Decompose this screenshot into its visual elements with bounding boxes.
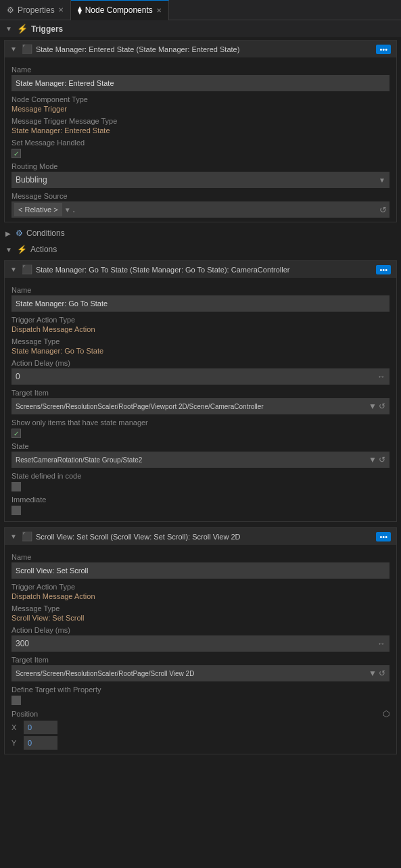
relative-dot: . — [73, 205, 377, 214]
gts-target-dropdown[interactable]: ▼ — [369, 402, 377, 411]
actions-label: Actions — [30, 245, 57, 254]
gts-message-type-label: Message Type — [11, 337, 390, 345]
name-label: Name — [11, 66, 390, 74]
actions-section-header[interactable]: ▼ ⚡ Actions — [0, 241, 401, 258]
gts-target-item-label: Target Item — [11, 389, 390, 397]
sv-x-label: X — [11, 723, 18, 731]
sv-name-label: Name — [11, 553, 390, 561]
routing-mode-arrow: ▼ — [379, 176, 385, 184]
trigger-panel-title: State Manager: Entered State (State Mana… — [36, 45, 239, 53]
routing-mode-dropdown[interactable]: Bubbling ▼ — [11, 172, 390, 188]
gts-state-dropdown[interactable]: ▼ — [369, 455, 377, 464]
sv-define-target-row — [11, 696, 390, 705]
gts-message-type-value: State Manager: Go To State — [11, 347, 390, 355]
panel-header-left: ▼ ⬛ State Manager: Entered State (State … — [10, 44, 373, 54]
scroll-view-collapse[interactable]: ▼ — [10, 533, 17, 540]
sv-target-refresh[interactable]: ↺ — [379, 669, 385, 678]
scroll-view-header: ▼ ⬛ Scroll View: Set Scroll (Scroll View… — [5, 528, 396, 545]
triggers-label: Triggers — [31, 24, 63, 34]
conditions-icon: ⚙ — [16, 228, 23, 238]
gts-state-icons: ▼ ↺ — [369, 455, 385, 464]
gts-state-defined-checkbox[interactable] — [11, 482, 21, 491]
sv-position-expand[interactable]: ⬡ — [383, 709, 390, 719]
routing-mode-value: Bubbling — [16, 175, 47, 185]
gts-target-item-value: Screens/Screen/ResolutionScaler/RootPage… — [16, 403, 367, 410]
relative-dropdown-arrow[interactable]: ▼ — [64, 206, 71, 214]
go-to-state-menu[interactable]: ••• — [376, 265, 391, 274]
gts-state-defined-label: State defined in code — [11, 472, 390, 480]
trigger-panel-icon: ⬛ — [22, 44, 32, 54]
go-to-state-header: ▼ ⬛ State Manager: Go To State (State Ma… — [5, 261, 396, 278]
gts-name-input[interactable] — [11, 295, 390, 312]
gts-target-item-row: Screens/Screen/ResolutionScaler/RootPage… — [11, 398, 390, 414]
go-to-state-icon: ⬛ — [22, 264, 32, 274]
node-component-type-value: Message Trigger — [11, 105, 390, 113]
go-to-state-header-left: ▼ ⬛ State Manager: Go To State (State Ma… — [10, 264, 373, 274]
tab-node-components-label: Node Components — [85, 5, 153, 15]
relative-button[interactable]: < Relative > — [14, 203, 62, 216]
gts-immediate-checkbox[interactable] — [11, 506, 21, 515]
scroll-view-menu[interactable]: ••• — [376, 532, 391, 541]
sv-y-input[interactable] — [24, 736, 57, 750]
gts-target-refresh[interactable]: ↺ — [379, 402, 385, 411]
tab-bar: ⚙ Properties ✕ ⧫ Node Components ✕ — [0, 0, 401, 20]
sv-target-item-label: Target Item — [11, 656, 390, 664]
sv-action-delay-value: 300 — [16, 639, 29, 648]
trigger-panel-body: Name Node Component Type Message Trigger… — [5, 57, 396, 222]
tab-properties-close[interactable]: ✕ — [58, 6, 64, 14]
gts-state-label: State — [11, 442, 390, 450]
gts-show-state-manager-label: Show only items that have state manager — [11, 418, 390, 427]
set-message-handled-checkbox[interactable]: ✓ — [11, 149, 21, 158]
gts-immediate-row — [11, 506, 390, 515]
gts-action-delay-label: Action Delay (ms) — [11, 359, 390, 367]
set-message-handled-row: ✓ — [11, 149, 390, 158]
sv-target-item-value: Screens/Screen/ResolutionScaler/RootPage… — [16, 670, 367, 677]
gts-show-state-manager-checkbox[interactable]: ✓ — [11, 429, 21, 438]
sv-name-input[interactable] — [11, 562, 390, 579]
scroll-view-icon: ⬛ — [22, 531, 32, 541]
gts-show-state-manager-row: ✓ — [11, 429, 390, 438]
gts-state-value: ResetCameraRotation/State Group/State2 — [16, 456, 367, 464]
gts-state-row: ResetCameraRotation/State Group/State2 ▼… — [11, 452, 390, 468]
gts-action-delay-value: 0 — [16, 372, 20, 381]
relative-row: < Relative > ▼ . ↺ — [11, 201, 390, 218]
conditions-section-header[interactable]: ▶ ⚙ Conditions — [0, 225, 401, 241]
message-trigger-type-label: Message Trigger Message Type — [11, 117, 390, 125]
sv-x-input[interactable] — [24, 721, 57, 734]
go-to-state-body: Name Trigger Action Type Dispatch Messag… — [5, 278, 396, 521]
sv-target-dropdown[interactable]: ▼ — [369, 669, 377, 678]
trigger-panel-menu[interactable]: ••• — [376, 45, 391, 54]
gts-state-refresh[interactable]: ↺ — [379, 455, 385, 464]
set-message-handled-label: Set Message Handled — [11, 139, 390, 147]
sv-xy-row: X — [11, 721, 390, 734]
gts-name-label: Name — [11, 286, 390, 294]
sv-define-target-label: Define Target with Property — [11, 685, 390, 694]
conditions-label: Conditions — [26, 228, 65, 238]
tab-node-components-close[interactable]: ✕ — [156, 7, 162, 14]
refresh-icon[interactable]: ↺ — [379, 205, 387, 215]
node-components-icon: ⧫ — [78, 5, 82, 15]
gts-target-icons: ▼ ↺ — [369, 402, 385, 411]
sv-action-delay-label: Action Delay (ms) — [11, 626, 390, 634]
gts-action-delay-expand[interactable]: ↔ — [377, 372, 385, 381]
sv-define-target-checkbox[interactable] — [11, 696, 21, 705]
sv-y-row: Y — [11, 736, 390, 750]
tab-node-components[interactable]: ⧫ Node Components ✕ — [71, 0, 169, 20]
trigger-panel-collapse[interactable]: ▼ — [10, 45, 17, 53]
sv-message-type-label: Message Type — [11, 604, 390, 612]
go-to-state-panel: ▼ ⬛ State Manager: Go To State (State Ma… — [4, 260, 397, 522]
triggers-section-header[interactable]: ▼ ⚡ Triggers — [0, 20, 401, 37]
tab-properties-label: Properties — [18, 5, 55, 15]
message-source-label: Message Source — [11, 192, 390, 200]
gts-immediate-label: Immediate — [11, 496, 390, 504]
go-to-state-collapse[interactable]: ▼ — [10, 266, 17, 273]
name-input[interactable] — [11, 75, 390, 91]
sv-trigger-action-type-label: Trigger Action Type — [11, 583, 390, 591]
gts-trigger-action-type-label: Trigger Action Type — [11, 316, 390, 324]
state-manager-trigger-panel: ▼ ⬛ State Manager: Entered State (State … — [4, 40, 397, 222]
sv-target-item-row: Screens/Screen/ResolutionScaler/RootPage… — [11, 665, 390, 681]
scroll-view-header-left: ▼ ⬛ Scroll View: Set Scroll (Scroll View… — [10, 531, 373, 541]
tab-properties[interactable]: ⚙ Properties ✕ — [0, 0, 71, 20]
properties-icon: ⚙ — [7, 5, 14, 15]
sv-action-delay-expand[interactable]: ↔ — [377, 639, 385, 648]
